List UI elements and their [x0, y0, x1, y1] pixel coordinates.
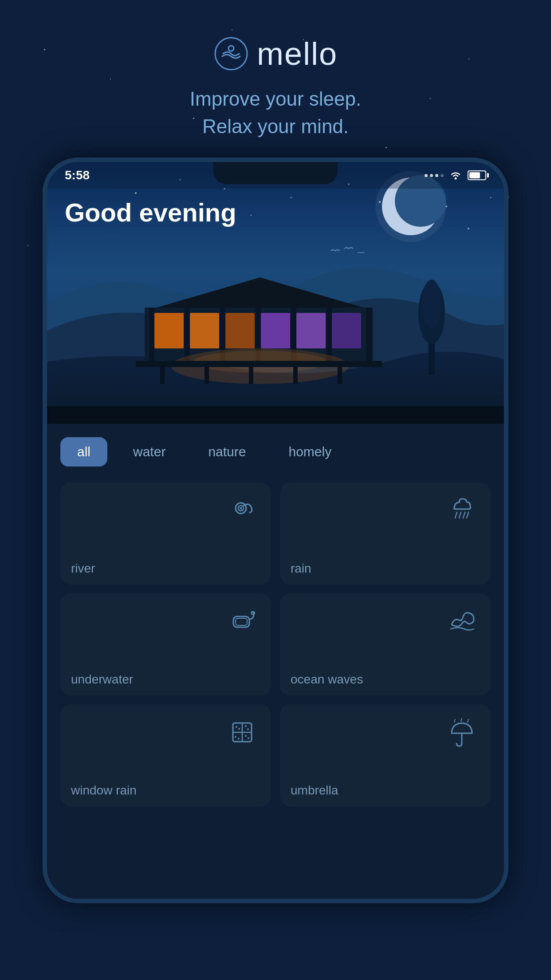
window-rain-label: window rain	[71, 783, 260, 798]
svg-line-68	[461, 719, 462, 721]
svg-rect-34	[261, 313, 290, 348]
tagline: Improve your sleep. Relax your mind.	[190, 85, 361, 140]
river-label: river	[71, 561, 260, 576]
svg-point-21	[422, 280, 441, 328]
phone-notch	[213, 162, 338, 184]
signal-dots-icon	[425, 174, 444, 177]
tab-water[interactable]: water	[116, 437, 182, 466]
wifi-icon	[449, 170, 462, 181]
tab-homely[interactable]: homely	[272, 437, 348, 466]
svg-point-2	[455, 178, 457, 180]
svg-line-49	[455, 512, 457, 518]
svg-point-14	[468, 228, 469, 229]
list-item[interactable]: ocean waves	[280, 593, 491, 695]
category-tabs: all water nature homely	[60, 437, 491, 466]
svg-rect-41	[205, 366, 209, 384]
logo-row: mello	[213, 36, 338, 72]
mello-logo-icon	[213, 36, 249, 71]
list-item[interactable]: river	[60, 482, 271, 585]
phone-frame: 5:58	[43, 158, 508, 903]
underwater-icon	[227, 607, 258, 638]
svg-rect-30	[366, 308, 372, 363]
svg-rect-42	[249, 366, 253, 384]
svg-line-67	[454, 719, 455, 722]
svg-rect-43	[293, 366, 298, 384]
status-icons	[425, 170, 486, 181]
svg-line-50	[459, 512, 461, 518]
rain-icon	[446, 496, 477, 527]
svg-rect-40	[160, 366, 165, 384]
tab-nature[interactable]: nature	[191, 437, 263, 466]
app-name: mello	[257, 36, 338, 72]
phone-wrapper: 5:58	[43, 158, 508, 903]
tab-all[interactable]: all	[60, 437, 107, 466]
svg-point-59	[238, 728, 240, 730]
river-icon	[227, 496, 258, 527]
svg-point-11	[291, 197, 292, 198]
status-time: 5:58	[65, 168, 90, 182]
svg-rect-54	[236, 618, 247, 625]
svg-point-58	[236, 726, 237, 728]
list-item[interactable]: underwater	[60, 593, 271, 695]
window-rain-icon	[227, 718, 258, 749]
hero-area: Good evening	[47, 162, 504, 437]
svg-rect-39	[136, 361, 382, 367]
umbrella-label: umbrella	[291, 783, 480, 798]
svg-point-15	[490, 197, 492, 198]
svg-point-63	[238, 738, 240, 739]
ocean-waves-label: ocean waves	[291, 672, 480, 687]
rain-label: rain	[291, 561, 480, 576]
svg-rect-32	[190, 313, 219, 348]
svg-rect-31	[154, 313, 184, 348]
list-item[interactable]: window rain	[60, 704, 271, 806]
sound-grid: river rain	[60, 482, 491, 806]
list-item[interactable]: rain	[280, 482, 491, 585]
ocean-waves-icon	[446, 607, 477, 638]
svg-rect-33	[225, 313, 255, 348]
svg-line-69	[468, 719, 468, 722]
battery-icon	[468, 170, 486, 180]
content-area: all water nature homely	[47, 424, 504, 899]
underwater-label: underwater	[71, 672, 260, 687]
svg-point-64	[245, 735, 247, 737]
greeting-text: Good evening	[65, 198, 236, 227]
svg-point-48	[240, 507, 242, 510]
umbrella-icon	[446, 718, 477, 749]
svg-point-62	[235, 736, 236, 738]
svg-rect-36	[332, 313, 361, 348]
header: mello Improve your sleep. Relax your min…	[190, 0, 361, 140]
list-item[interactable]: umbrella	[280, 704, 491, 806]
svg-point-1	[228, 46, 234, 51]
svg-point-61	[247, 728, 249, 730]
svg-rect-44	[338, 366, 342, 384]
svg-point-12	[251, 215, 252, 216]
svg-point-60	[245, 725, 247, 727]
svg-point-65	[248, 737, 249, 739]
svg-rect-35	[296, 313, 326, 348]
svg-rect-25	[185, 308, 190, 363]
svg-line-52	[467, 512, 468, 518]
svg-line-51	[463, 512, 465, 518]
svg-rect-24	[149, 308, 154, 363]
svg-point-8	[135, 192, 137, 194]
